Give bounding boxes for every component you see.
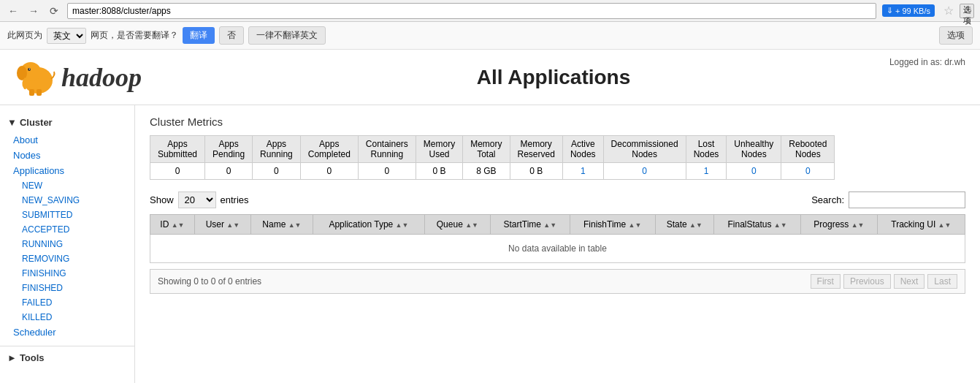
metric-val-unhealthy-nodes[interactable]: 0: [727, 163, 781, 180]
col-header-user[interactable]: User ▲▼: [194, 215, 250, 235]
sidebar: ▼ Cluster About Nodes Applications NEW N…: [0, 105, 135, 383]
table-controls: Show 10 20 25 50 100 entries Search:: [150, 192, 965, 208]
translate-button[interactable]: 翻译: [183, 27, 215, 44]
tools-label: Tools: [20, 352, 45, 363]
forward-button[interactable]: →: [26, 4, 41, 18]
translate-options-button[interactable]: 选项: [939, 26, 973, 45]
svg-rect-6: [37, 89, 42, 96]
hadoop-logo-icon: [15, 57, 58, 97]
id-sort-icon: ▲▼: [172, 221, 185, 229]
cluster-metrics-table: AppsSubmitted AppsPending AppsRunning Ap…: [150, 135, 835, 180]
metric-header-memory-reserved: MemoryReserved: [510, 136, 562, 163]
main-layout: ▼ Cluster About Nodes Applications NEW N…: [0, 105, 980, 383]
metric-header-memory-used: MemoryUsed: [416, 136, 462, 163]
metric-header-lost-nodes: LostNodes: [686, 136, 727, 163]
entries-per-page-select[interactable]: 10 20 25 50 100: [178, 192, 216, 208]
sidebar-item-nodes[interactable]: Nodes: [0, 148, 134, 163]
col-header-name[interactable]: Name ▲▼: [250, 215, 313, 235]
decommissioned-nodes-link[interactable]: 0: [642, 166, 647, 176]
cluster-label: Cluster: [20, 117, 53, 128]
metric-header-apps-submitted: AppsSubmitted: [150, 136, 205, 163]
show-entries-control: Show 10 20 25 50 100 entries: [150, 192, 249, 208]
browser-bar: ← → ⟳ ⇓ + 99 KB/s ☆ 选项 ▾: [0, 0, 980, 22]
user-sort-icon: ▲▼: [226, 221, 240, 229]
download-badge: ⇓ + 99 KB/s: [882, 4, 935, 17]
sidebar-subitem-accepted[interactable]: ACCEPTED: [0, 222, 134, 237]
sidebar-item-scheduler[interactable]: Scheduler: [0, 325, 134, 340]
metric-val-decommissioned-nodes[interactable]: 0: [603, 163, 686, 180]
sidebar-subitem-running[interactable]: RUNNING: [0, 237, 134, 251]
metric-val-apps-pending: 0: [205, 163, 253, 180]
metric-val-containers-running: 0: [358, 163, 416, 180]
sidebar-subitem-new[interactable]: NEW: [0, 178, 134, 193]
metric-header-active-nodes: ActiveNodes: [562, 136, 603, 163]
active-nodes-link[interactable]: 1: [581, 166, 586, 176]
prev-page-button[interactable]: Previous: [843, 274, 891, 289]
pagination-bar: Showing 0 to 0 of 0 entries First Previo…: [150, 269, 965, 294]
sidebar-subitem-removing[interactable]: REMOVING: [0, 251, 134, 266]
name-sort-icon: ▲▼: [288, 221, 302, 229]
reload-button[interactable]: ⟳: [47, 4, 61, 18]
svg-point-3: [28, 68, 31, 71]
last-page-button[interactable]: Last: [927, 274, 957, 289]
col-header-finalstatus[interactable]: FinalStatus ▲▼: [714, 215, 801, 235]
metric-val-apps-completed: 0: [300, 163, 358, 180]
translate-lang-select[interactable]: 英文 中文: [47, 28, 86, 44]
search-area: Search:: [811, 192, 965, 208]
search-label: Search:: [811, 194, 844, 205]
never-translate-button[interactable]: 一律不翻译英文: [248, 26, 326, 45]
sidebar-subitem-finished[interactable]: FINISHED: [0, 281, 134, 295]
metric-val-apps-running: 0: [253, 163, 301, 180]
search-input[interactable]: [849, 192, 965, 208]
rebooted-nodes-link[interactable]: 0: [805, 166, 811, 176]
cluster-section-header[interactable]: ▼ Cluster: [0, 113, 134, 132]
metric-val-memory-used: 0 B: [416, 163, 462, 180]
content-area: Cluster Metrics AppsSubmitted AppsPendin…: [135, 105, 980, 383]
url-bar[interactable]: [67, 3, 876, 19]
bookmark-star[interactable]: ☆: [943, 4, 954, 18]
metric-header-apps-running: AppsRunning: [253, 136, 301, 163]
browser-menu-button[interactable]: 选项 ▾: [960, 4, 974, 18]
pagination-buttons: First Previous Next Last: [811, 274, 957, 289]
sidebar-subitem-failed[interactable]: FAILED: [0, 295, 134, 310]
col-header-queue[interactable]: Queue ▲▼: [424, 215, 490, 235]
finishtime-sort-icon: ▲▼: [629, 221, 642, 229]
first-page-button[interactable]: First: [811, 274, 841, 289]
col-header-starttime[interactable]: StartTime ▲▼: [490, 215, 570, 235]
next-page-button[interactable]: Next: [894, 274, 925, 289]
metric-header-apps-completed: AppsCompleted: [300, 136, 358, 163]
queue-sort-icon: ▲▼: [465, 221, 478, 229]
metric-header-memory-total: MemoryTotal: [463, 136, 510, 163]
col-header-id[interactable]: ID ▲▼: [150, 215, 195, 235]
col-header-finishtime[interactable]: FinishTime ▲▼: [570, 215, 655, 235]
sidebar-item-applications[interactable]: Applications: [0, 163, 134, 178]
hadoop-logo-text: hadoop: [61, 62, 142, 93]
metric-val-active-nodes[interactable]: 1: [562, 163, 603, 180]
page-title: All Applications: [142, 66, 965, 89]
metric-header-apps-pending: AppsPending: [205, 136, 253, 163]
col-header-application-type[interactable]: Application Type ▲▼: [313, 215, 425, 235]
translate-suffix: 网页，是否需要翻译？: [91, 29, 178, 42]
svg-point-4: [29, 69, 30, 69]
tools-section-header[interactable]: ► Tools: [0, 346, 134, 369]
col-header-progress[interactable]: Progress ▲▼: [801, 215, 878, 235]
tools-arrow-icon: ►: [7, 352, 17, 363]
col-header-state[interactable]: State ▲▼: [655, 215, 713, 235]
sidebar-subitem-killed[interactable]: KILLED: [0, 310, 134, 325]
sidebar-subitem-submitted[interactable]: SUBMITTED: [0, 208, 134, 222]
no-translate-button[interactable]: 否: [219, 26, 244, 45]
entries-label: entries: [221, 194, 249, 205]
lost-nodes-link[interactable]: 1: [704, 166, 709, 176]
back-button[interactable]: ←: [6, 4, 20, 18]
sidebar-item-about[interactable]: About: [0, 132, 134, 148]
sidebar-subitem-finishing[interactable]: FINISHING: [0, 266, 134, 281]
metric-val-lost-nodes[interactable]: 1: [686, 163, 727, 180]
col-header-tracking-ui[interactable]: Tracking UI ▲▼: [877, 215, 965, 235]
logged-in-info: Logged in as: dr.wh: [889, 57, 965, 67]
download-icon: ⇓: [887, 6, 893, 15]
metric-val-rebooted-nodes[interactable]: 0: [781, 163, 835, 180]
unhealthy-nodes-link[interactable]: 0: [751, 166, 757, 176]
translate-bar: 此网页为 英文 中文 网页，是否需要翻译？ 翻译 否 一律不翻译英文 选项: [0, 22, 980, 50]
sidebar-subitem-new-saving[interactable]: NEW_SAVING: [0, 193, 134, 208]
tracking-ui-sort-icon: ▲▼: [938, 221, 952, 229]
